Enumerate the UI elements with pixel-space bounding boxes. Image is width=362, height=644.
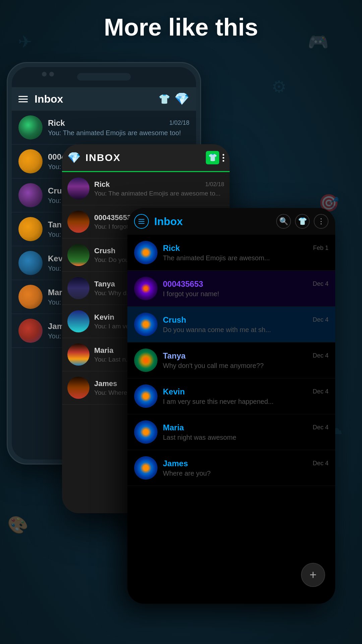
contact-name: James <box>163 459 188 468</box>
message-date: 1/02/18 <box>205 181 224 188</box>
pf-header-icons: 🔍 👕 ⋮ <box>276 214 328 229</box>
contact-name: Rick <box>48 118 65 128</box>
phone-cameras <box>42 72 54 76</box>
contact-name: Tanya <box>163 351 186 361</box>
message-preview: You: The animated Emojis are awesome to.… <box>94 190 224 197</box>
list-item[interactable]: 000435653 Dec 4 I forgot your name! <box>127 271 335 307</box>
message-date: Dec 4 <box>313 316 328 323</box>
message-preview: Why don't you call me anymore?? <box>163 362 328 370</box>
avatar <box>67 177 89 200</box>
contact-name: Tanya <box>94 280 115 288</box>
pf-item-info: Tanya Dec 4 Why don't you call me anymor… <box>163 351 328 370</box>
contact-name: Rick <box>94 180 110 189</box>
message-date: 1/02/18 <box>169 119 189 126</box>
message-preview: You: The animated Emojis are awesome too… <box>48 129 189 137</box>
contact-name: Maria <box>94 346 113 355</box>
avatar <box>18 183 43 207</box>
pb-item-info: Rick 1/02/18 You: The animated Emojis ar… <box>48 118 189 137</box>
pm-inbox-title: INBOX <box>85 152 201 163</box>
avatar <box>134 456 158 480</box>
message-date: Dec 4 <box>313 280 328 287</box>
avatar <box>67 244 89 266</box>
pb-inbox-title: Inbox <box>35 93 152 105</box>
avatar <box>134 277 158 300</box>
camera-right <box>49 72 54 76</box>
pf-header: Inbox 🔍 👕 ⋮ <box>127 208 335 235</box>
gem-icon: 💎 <box>67 151 81 164</box>
shirt-icon[interactable]: 👕 <box>159 94 170 105</box>
avatar <box>18 217 43 241</box>
message-preview: Last night was awesome <box>163 434 328 441</box>
avatar <box>18 251 43 275</box>
fab-add-button[interactable]: + <box>301 563 325 587</box>
list-item[interactable]: Rick Feb 1 The animated Emojis are aweso… <box>127 235 335 271</box>
pf-item-info: Crush Dec 4 Do you wanna come with me at… <box>163 315 328 334</box>
message-date: Feb 1 <box>313 245 328 252</box>
hamburger-lines <box>138 219 144 224</box>
avatar <box>67 277 89 299</box>
more-icon[interactable]: ⋮ <box>314 214 328 229</box>
contact-name: 000435653 <box>163 279 203 289</box>
contact-name: 000435653 <box>94 213 131 222</box>
avatar <box>134 313 158 336</box>
pm-item-info: Rick 1/02/18 You: The animated Emojis ar… <box>94 180 224 197</box>
contact-name: Crush <box>163 315 186 325</box>
pb-header: Inbox 👕 💎 <box>12 87 196 111</box>
pm-header: 💎 INBOX 👕 <box>62 144 230 171</box>
pf-item-info: Rick Feb 1 The animated Emojis are aweso… <box>163 244 328 262</box>
message-date: Dec 4 <box>313 424 328 431</box>
camera-left <box>42 72 47 76</box>
more-icon[interactable] <box>223 154 224 162</box>
list-item[interactable]: Crush Dec 4 Do you wanna come with me at… <box>127 307 335 342</box>
list-item[interactable]: Maria Dec 4 Last night was awesome <box>127 414 335 450</box>
contact-name: Crush <box>94 247 116 255</box>
avatar <box>67 211 89 233</box>
avatar <box>18 285 43 309</box>
menu-icon[interactable] <box>134 214 149 229</box>
shirt-icon[interactable]: 👕 <box>295 214 310 229</box>
message-preview: I forgot your name! <box>163 290 328 298</box>
contact-name: Rick <box>163 244 180 253</box>
pf-item-info: 000435653 Dec 4 I forgot your name! <box>163 279 328 298</box>
contact-name: Kevin <box>94 313 114 322</box>
message-date: Dec 4 <box>313 388 328 395</box>
avatar <box>18 319 43 343</box>
message-preview: I am very sure this never happened... <box>163 398 328 406</box>
pf-conversation-list: Rick Feb 1 The animated Emojis are aweso… <box>127 235 335 486</box>
gem-icon[interactable]: 💎 <box>174 92 189 106</box>
contact-name: Kevin <box>163 387 185 396</box>
list-item[interactable]: Rick 1/02/18 You: The animated Emojis ar… <box>12 111 196 145</box>
avatar <box>18 115 43 140</box>
shirt-icon[interactable]: 👕 <box>206 151 219 164</box>
list-item[interactable]: Kevin Dec 4 I am very sure this never ha… <box>127 378 335 414</box>
contact-name: James <box>94 379 117 388</box>
contact-name: Maria <box>163 423 184 432</box>
pf-inbox-title: Inbox <box>154 215 271 228</box>
add-icon: + <box>309 568 316 582</box>
avatar <box>134 348 158 372</box>
phone-front: Inbox 🔍 👕 ⋮ <box>127 208 335 604</box>
pf-item-info: Kevin Dec 4 I am very sure this never ha… <box>163 387 328 406</box>
list-item[interactable]: Rick 1/02/18 You: The animated Emojis ar… <box>62 172 230 205</box>
pb-header-icons: 👕 💎 <box>159 92 189 106</box>
message-date: Dec 4 <box>313 460 328 467</box>
avatar <box>67 310 89 332</box>
avatar <box>134 241 158 264</box>
avatar <box>134 384 158 408</box>
pm-header-icons: 👕 <box>206 151 224 164</box>
hamburger-icon[interactable] <box>18 96 28 102</box>
phone-back-notch <box>77 73 131 80</box>
message-date: Dec 4 <box>313 352 328 359</box>
message-preview: The animated Emojis are awesom... <box>163 254 328 262</box>
message-preview: Where are you? <box>163 470 328 477</box>
search-icon[interactable]: 🔍 <box>276 214 291 229</box>
avatar <box>18 149 43 173</box>
list-item[interactable]: James Dec 4 Where are you? <box>127 450 335 486</box>
avatar <box>67 377 89 399</box>
pf-item-info: Maria Dec 4 Last night was awesome <box>163 423 328 441</box>
message-preview: Do you wanna come with me at sh... <box>163 326 328 334</box>
avatar <box>67 343 89 366</box>
avatar <box>134 420 158 444</box>
list-item[interactable]: Tanya Dec 4 Why don't you call me anymor… <box>127 342 335 378</box>
pf-item-info: James Dec 4 Where are you? <box>163 459 328 477</box>
